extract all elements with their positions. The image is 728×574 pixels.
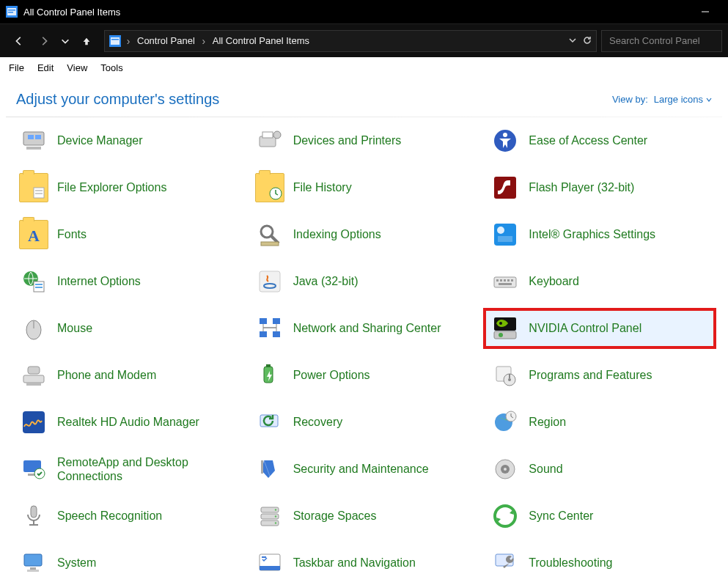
- item-fonts[interactable]: A Fonts: [13, 216, 243, 254]
- item-nvidia-control-panel[interactable]: NVIDIA Control Panel: [485, 309, 715, 347]
- menu-file[interactable]: File: [9, 62, 24, 73]
- item-phone-modem[interactable]: Phone and Modem: [13, 356, 243, 394]
- svg-rect-19: [494, 177, 516, 199]
- item-indexing-options[interactable]: Indexing Options: [249, 216, 479, 254]
- control-panel-icon: [109, 35, 121, 47]
- item-region[interactable]: Region: [485, 403, 715, 441]
- svg-rect-45: [273, 331, 280, 337]
- item-file-history[interactable]: File History: [249, 169, 479, 207]
- breadcrumb-all-items[interactable]: All Control Panel Items: [211, 35, 311, 46]
- menu-tools[interactable]: Tools: [100, 62, 122, 73]
- svg-rect-4: [111, 37, 120, 45]
- item-device-manager[interactable]: Device Manager: [13, 122, 243, 160]
- window-minimize-button[interactable]: [688, 0, 722, 23]
- item-label: Devices and Printers: [293, 133, 402, 147]
- nav-up-button[interactable]: [78, 32, 95, 50]
- svg-rect-43: [273, 318, 280, 324]
- address-dropdown-icon[interactable]: [568, 35, 577, 47]
- mouse-icon: [19, 314, 48, 343]
- address-bar[interactable]: › Control Panel › All Control Panel Item…: [104, 30, 597, 52]
- svg-rect-70: [31, 506, 37, 518]
- view-by-control: View by: Large icons: [612, 94, 712, 105]
- search-input[interactable]: [608, 34, 728, 47]
- keyboard-icon: [490, 267, 520, 296]
- item-keyboard[interactable]: Keyboard: [485, 262, 715, 301]
- svg-rect-30: [35, 287, 43, 288]
- search-box[interactable]: [601, 30, 722, 52]
- item-sync-center[interactable]: Sync Center: [485, 497, 715, 535]
- item-label: Mouse: [57, 321, 92, 335]
- item-speech-recognition[interactable]: Speech Recognition: [13, 497, 243, 535]
- svg-rect-80: [24, 554, 42, 566]
- item-label: File Explorer Options: [57, 180, 166, 194]
- item-label: Ease of Access Center: [529, 133, 647, 147]
- refresh-button[interactable]: [583, 35, 592, 47]
- svg-rect-84: [260, 566, 280, 570]
- view-by-label: View by:: [612, 94, 648, 105]
- item-file-explorer-options[interactable]: File Explorer Options: [13, 169, 243, 207]
- item-remoteapp[interactable]: RemoteApp and Desktop Connections: [13, 450, 243, 488]
- svg-point-58: [508, 378, 511, 381]
- breadcrumb-control-panel[interactable]: Control Panel: [136, 35, 196, 46]
- item-ease-of-access[interactable]: Ease of Access Center: [485, 122, 715, 160]
- svg-rect-29: [35, 284, 43, 285]
- item-realtek-audio[interactable]: Realtek HD Audio Manager: [13, 403, 243, 441]
- sync-center-icon: [490, 501, 520, 531]
- item-system[interactable]: System: [13, 544, 243, 574]
- item-label: File History: [293, 180, 352, 194]
- heading-row: Adjust your computer's settings View by:…: [0, 78, 728, 117]
- item-devices-printers[interactable]: Devices and Printers: [249, 122, 479, 160]
- breadcrumb-sep-icon: ›: [125, 35, 131, 47]
- svg-rect-51: [28, 367, 40, 374]
- svg-point-12: [273, 131, 281, 139]
- item-storage-spaces[interactable]: Storage Spaces: [249, 497, 479, 535]
- item-label: Realtek HD Audio Manager: [57, 415, 199, 429]
- svg-point-49: [499, 333, 503, 337]
- navigation-bar: › Control Panel › All Control Panel Item…: [0, 23, 728, 57]
- nav-forward-button[interactable]: [35, 32, 53, 50]
- sound-icon: [490, 455, 520, 484]
- nav-history-dropdown[interactable]: [60, 32, 70, 50]
- item-power-options[interactable]: Power Options: [249, 356, 479, 394]
- menu-view[interactable]: View: [67, 62, 87, 73]
- item-troubleshooting[interactable]: Troubleshooting: [485, 544, 715, 574]
- item-intel-graphics[interactable]: Intel® Graphics Settings: [485, 216, 715, 254]
- menu-edit[interactable]: Edit: [37, 62, 54, 73]
- troubleshooting-icon: [490, 548, 520, 574]
- item-recovery[interactable]: Recovery: [249, 403, 479, 441]
- power-options-icon: [255, 361, 284, 390]
- item-security-maintenance[interactable]: Security and Maintenance: [249, 450, 479, 488]
- item-taskbar-navigation[interactable]: Taskbar and Navigation: [249, 544, 479, 574]
- nvidia-icon: [490, 314, 520, 343]
- svg-point-77: [274, 515, 276, 517]
- nav-back-button[interactable]: [10, 32, 28, 50]
- network-sharing-icon: [255, 314, 284, 343]
- ease-of-access-icon: [490, 126, 520, 155]
- divider: [6, 117, 722, 117]
- item-label: Security and Maintenance: [293, 462, 429, 476]
- svg-rect-8: [35, 135, 41, 139]
- region-icon: [490, 408, 520, 437]
- indexing-options-icon: [255, 220, 284, 249]
- svg-rect-82: [27, 570, 39, 572]
- svg-rect-36: [504, 279, 506, 282]
- item-programs-features[interactable]: Programs and Features: [485, 356, 715, 394]
- breadcrumb-sep-icon: ›: [201, 35, 207, 47]
- svg-point-78: [274, 522, 276, 523]
- item-java[interactable]: Java (32-bit): [249, 262, 479, 301]
- item-label: Internet Options: [57, 274, 141, 288]
- item-sound[interactable]: Sound: [485, 450, 715, 488]
- item-label: Power Options: [293, 368, 370, 382]
- item-label: Region: [529, 415, 566, 429]
- item-mouse[interactable]: Mouse: [13, 309, 243, 347]
- item-internet-options[interactable]: Internet Options: [13, 262, 243, 301]
- svg-rect-66: [261, 460, 263, 474]
- view-by-dropdown[interactable]: Large icons: [654, 94, 712, 105]
- svg-point-21: [261, 226, 273, 238]
- remoteapp-icon: [19, 455, 48, 484]
- file-explorer-options-icon: [19, 173, 48, 202]
- menu-bar: File Edit View Tools: [0, 57, 728, 78]
- item-flash-player[interactable]: Flash Player (32-bit): [485, 169, 715, 207]
- item-network-sharing[interactable]: Network and Sharing Center: [249, 309, 479, 347]
- device-manager-icon: [19, 126, 48, 155]
